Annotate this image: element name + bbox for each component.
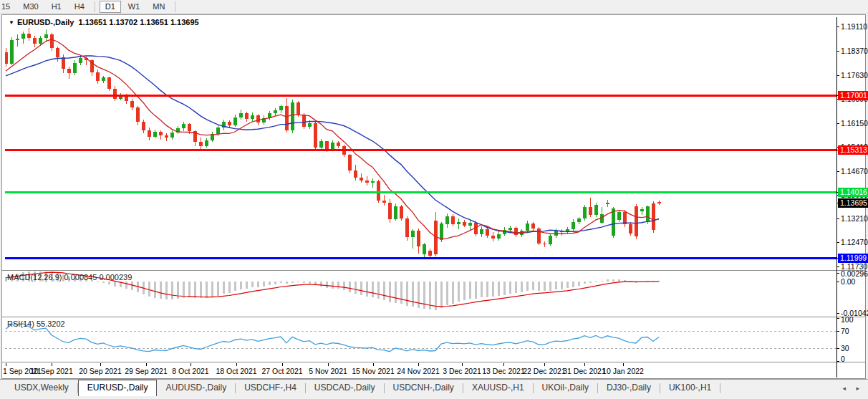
chart-tabs-bar: USDX,WeeklyEURUSD-,DailyAUDUSD-,DailyUSD… bbox=[0, 379, 868, 399]
rsi-pane bbox=[5, 324, 836, 352]
metatrader-screen: ▼EURUSD-,Daily 1.13651 1.13702 1.13651 1… bbox=[0, 0, 868, 399]
tab-scroll-arrows[interactable]: ◂ ▸ bbox=[842, 385, 864, 392]
chart-tab-dj30-daily[interactable]: DJ30-,Daily bbox=[598, 380, 660, 396]
timeframe-button-mn[interactable]: MN bbox=[147, 1, 170, 13]
chart-tab-usdx-weekly[interactable]: USDX,Weekly bbox=[6, 380, 77, 396]
chart-tab-audusd-daily[interactable]: AUDUSD-,Daily bbox=[157, 380, 235, 396]
timeframe-button-h4[interactable]: H4 bbox=[69, 1, 90, 13]
timeframe-button-h1[interactable]: H1 bbox=[46, 1, 67, 13]
toolbar-separator bbox=[95, 1, 95, 12]
tab-separator bbox=[720, 383, 720, 393]
chart-tab-uk100-h1[interactable]: UK100-,H1 bbox=[660, 380, 720, 396]
toolbar-separator bbox=[175, 1, 175, 12]
chart-canvas[interactable] bbox=[0, 0, 868, 399]
fast-ma-line bbox=[6, 39, 659, 239]
timeframe-toolbar: 15M30H1H4D1W1MN bbox=[0, 0, 868, 14]
rsi-line bbox=[6, 324, 659, 352]
timeframe-button-m30[interactable]: M30 bbox=[17, 1, 44, 13]
chart-tab-ukoil-daily[interactable]: UKOil-,Daily bbox=[534, 380, 597, 396]
chart-tab-xauusd-h1[interactable]: XAUUSD-,H1 bbox=[463, 380, 533, 396]
timeframe-button-15[interactable]: 15 bbox=[0, 1, 16, 13]
chart-tab-usdcad-daily[interactable]: USDCAD-,Daily bbox=[306, 380, 384, 396]
candles-group bbox=[4, 28, 661, 260]
timeframe-button-w1[interactable]: W1 bbox=[122, 1, 146, 13]
chart-tab-usdchf-h4[interactable]: USDCHF-,H4 bbox=[236, 380, 305, 396]
chart-tab-eurusd-daily[interactable]: EURUSD-,Daily bbox=[78, 380, 158, 396]
chart-tab-usdcnh-daily[interactable]: USDCNH-,Daily bbox=[385, 380, 463, 396]
price-pane bbox=[4, 28, 661, 260]
macd-signal-line bbox=[6, 272, 659, 307]
macd-pane bbox=[5, 270, 660, 310]
timeframe-button-d1[interactable]: D1 bbox=[100, 1, 121, 13]
